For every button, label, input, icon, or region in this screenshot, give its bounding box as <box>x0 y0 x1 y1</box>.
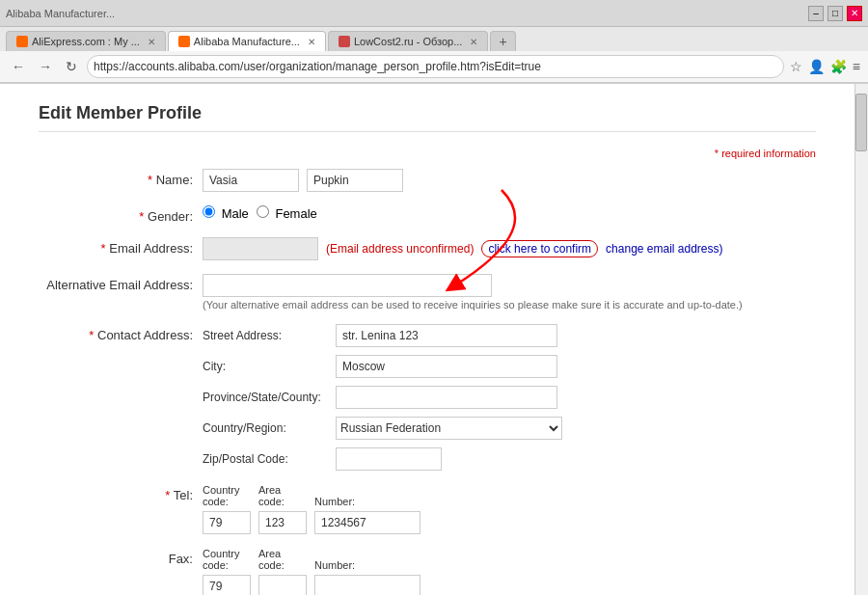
zip-label: Zip/Postal Code: <box>203 452 328 466</box>
alt-email-input[interactable] <box>203 274 492 297</box>
email-unconfirmed-text: (Email address unconfirmed) <box>326 242 474 256</box>
bookmark-icon[interactable]: ☆ <box>790 59 802 74</box>
gender-female-label[interactable]: Female <box>257 205 317 221</box>
email-masked <box>203 237 318 260</box>
window-title: Alibaba Manufacturer... <box>6 8 115 19</box>
gender-male-radio[interactable] <box>203 205 215 218</box>
browser-chrome: Alibaba Manufacturer... – □ ✕ AliExpress… <box>0 0 868 84</box>
tel-num-header: Number: <box>314 496 420 507</box>
email-controls-row: (Email address unconfirmed) click here t… <box>203 237 816 260</box>
tel-ac-input[interactable] <box>258 511 307 534</box>
tab-aliexpress[interactable]: AliExpress.com : My ... ✕ <box>6 31 166 51</box>
fax-num-input[interactable] <box>314 575 420 595</box>
name-required-star: * <box>148 173 152 187</box>
tab-label-lowcost: LowCost2.ru - Обзор... <box>354 36 462 47</box>
email-label: * Email Address: <box>39 237 203 256</box>
form-area: Edit Member Profile * required informati… <box>39 103 816 595</box>
contact-controls: Street Address: City: Province/State/Cou… <box>203 324 816 471</box>
fax-ac-header: Area code: <box>258 548 307 571</box>
menu-icon[interactable]: ≡ <box>853 59 860 74</box>
contact-row: * Contact Address: Street Address: City: <box>39 324 816 471</box>
page-title: Edit Member Profile <box>39 103 816 123</box>
tab-label-alibaba: Alibaba Manufacture... <box>194 36 300 47</box>
scrollbar-thumb[interactable] <box>855 94 867 151</box>
divider <box>39 131 816 132</box>
address-bar: ← → ↻ ☆ 👤 🧩 ≡ <box>0 51 868 83</box>
fax-section: Country code: Area code: Number: <box>203 548 816 595</box>
tel-label: * Tel: <box>39 484 203 502</box>
zip-input[interactable] <box>336 447 442 471</box>
fax-row: Fax: Country code: Area code: Number: <box>39 548 816 595</box>
toolbar-icons: ☆ 👤 🧩 ≡ <box>790 59 860 74</box>
gender-required-star: * <box>139 209 144 224</box>
tab-close-lowcost[interactable]: ✕ <box>470 37 477 47</box>
address-input[interactable] <box>87 55 784 78</box>
gender-female-text: Female <box>275 206 316 221</box>
change-email-link[interactable]: change email address) <box>606 242 722 256</box>
tab-close-aliexpress[interactable]: ✕ <box>148 37 155 47</box>
fax-header-row: Country code: Area code: Number: <box>203 548 816 571</box>
name-row: * Name: <box>39 169 816 192</box>
country-label: Country/Region: <box>203 421 328 435</box>
alt-email-controls: (Your alternative email address can be u… <box>203 274 816 311</box>
city-row: City: <box>203 355 816 378</box>
tel-num-input[interactable] <box>314 511 420 534</box>
tab-close-alibaba[interactable]: ✕ <box>308 37 315 47</box>
contact-required-star: * <box>89 328 94 342</box>
fax-cc-input[interactable] <box>203 575 251 595</box>
street-input[interactable] <box>336 324 557 347</box>
gender-options-row: Male Female <box>203 205 816 221</box>
tel-cc-header: Country code: <box>203 484 251 507</box>
gender-male-label[interactable]: Male <box>203 205 249 221</box>
gender-label: * Gender: <box>39 205 203 224</box>
gender-female-radio[interactable] <box>257 205 269 218</box>
tel-inputs-row <box>203 511 816 534</box>
tab-alibaba[interactable]: Alibaba Manufacture... ✕ <box>168 31 326 51</box>
fax-inputs-row <box>203 575 816 595</box>
title-bar: Alibaba Manufacturer... – □ ✕ <box>0 0 868 27</box>
window-controls: – □ ✕ <box>808 6 862 21</box>
confirm-email-link[interactable]: click here to confirm <box>481 240 598 257</box>
province-input[interactable] <box>336 386 557 409</box>
forward-button[interactable]: → <box>35 57 56 76</box>
close-button[interactable]: ✕ <box>847 6 862 21</box>
new-tab-button[interactable]: + <box>490 31 515 51</box>
email-controls: (Email address unconfirmed) click here t… <box>203 237 816 260</box>
country-row: Country/Region: Russian Federation Unite… <box>203 417 816 440</box>
tab-favicon-aliexpress <box>16 36 28 47</box>
tab-bar: AliExpress.com : My ... ✕ Alibaba Manufa… <box>0 27 868 51</box>
province-label: Province/State/County: <box>203 391 328 404</box>
zip-row: Zip/Postal Code: <box>203 447 816 471</box>
alt-email-row: Alternative Email Address: (Your alterna… <box>39 274 816 311</box>
alt-email-note: (Your alternative email address can be u… <box>203 299 816 311</box>
tab-favicon-lowcost <box>339 36 350 47</box>
contact-label: * Contact Address: <box>39 324 203 342</box>
tel-controls: Country code: Area code: Number: <box>203 484 816 534</box>
gender-male-text: Male <box>222 206 249 221</box>
city-input[interactable] <box>336 355 557 378</box>
back-button[interactable]: ← <box>8 57 29 76</box>
tab-lowcost[interactable]: LowCost2.ru - Обзор... ✕ <box>328 31 488 51</box>
scrollbar[interactable] <box>854 84 868 595</box>
tel-cc-input[interactable] <box>203 511 251 534</box>
reload-button[interactable]: ↻ <box>62 57 81 76</box>
main-area: Edit Member Profile * required informati… <box>0 84 854 595</box>
required-info: * required information <box>39 148 816 159</box>
extension-icon[interactable]: 🧩 <box>830 59 847 74</box>
street-label: Street Address: <box>203 329 328 342</box>
name-inputs-row <box>203 169 816 192</box>
fax-ac-input[interactable] <box>258 575 307 595</box>
country-select[interactable]: Russian Federation United States China G… <box>336 417 562 440</box>
required-info-label: required information <box>721 148 816 159</box>
name-label: * Name: <box>39 169 203 187</box>
last-name-input[interactable] <box>307 169 403 192</box>
tel-section: Country code: Area code: Number: <box>203 484 816 534</box>
tel-header-row: Country code: Area code: Number: <box>203 484 816 507</box>
gender-row: * Gender: Male Female <box>39 205 816 224</box>
email-required-star: * <box>101 241 106 256</box>
profile-icon[interactable]: 👤 <box>808 59 825 74</box>
tab-label-aliexpress: AliExpress.com : My ... <box>32 36 140 47</box>
maximize-button[interactable]: □ <box>827 6 843 21</box>
minimize-button[interactable]: – <box>808 6 824 21</box>
first-name-input[interactable] <box>203 169 299 192</box>
